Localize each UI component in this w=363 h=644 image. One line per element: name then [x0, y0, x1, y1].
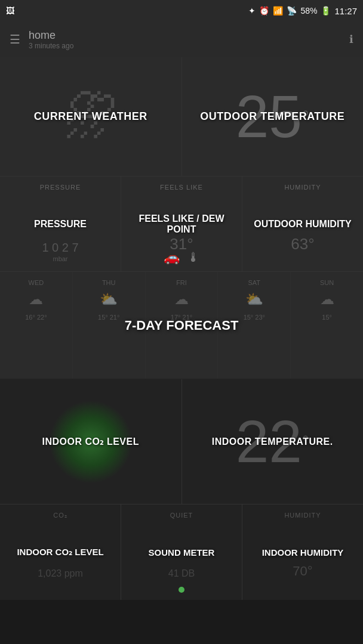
outdoor-humidity-widget[interactable]: HUMIDITY 63° OUTDOOR HUMIDITY	[242, 177, 363, 271]
top-bar-left: ☰ home 3 minutes ago	[10, 29, 73, 50]
forecast-row[interactable]: WED ☁ 16° 22° THU ⛅ 15° 21° FRI ☁ 17° 21…	[0, 272, 363, 379]
gallery-icon: 🖼	[6, 6, 14, 16]
indoor-widgets-row: INDOOR CO₂ LEVEL 22 ° INDOOR TEMPERATURE…	[0, 379, 363, 504]
sound-bg-value: 41 DB	[121, 568, 242, 579]
co2-level-label: INDOOR CO₂ LEVEL	[42, 436, 139, 447]
indoor-humidity-widget[interactable]: HUMIDITY 70° INDOOR HUMIDITY	[242, 504, 363, 600]
status-right-info: ✦ ⏰ 📶 📡 58% 🔋 11:27	[248, 6, 357, 16]
title-area: home 3 minutes ago	[29, 29, 73, 50]
indoor-temp-widget[interactable]: 22 ° INDOOR TEMPERATURE.	[182, 379, 364, 504]
outdoor-section: ⛈ CURRENT WEATHER 25 ° OUTDOOR TEMPERATU…	[0, 57, 363, 379]
top-bar: ☰ home 3 minutes ago ℹ	[0, 21, 363, 57]
indoor-co2-stat-label: INDOOR CO₂ LEVEL	[17, 547, 103, 558]
indoor-co2-bg-label: CO₂	[0, 512, 121, 519]
wifi-icon: 📶	[273, 6, 283, 16]
indoor-section: INDOOR CO₂ LEVEL 22 ° INDOOR TEMPERATURE…	[0, 379, 363, 600]
pressure-widget[interactable]: PRESSURE 1 0 2 7 mbar PRESSURE	[0, 177, 121, 271]
current-weather-label: CURRENT WEATHER	[34, 110, 147, 123]
humidity-bg-value: 63°	[242, 235, 363, 253]
indoor-co2-stat-widget[interactable]: CO₂ 1,023 ppm INDOOR CO₂ LEVEL	[0, 504, 121, 600]
indoor-temp-label: INDOOR TEMPERATURE.	[212, 436, 333, 447]
thermometer-icon: 🌡	[187, 250, 200, 265]
outdoor-temp-label: OUTDOOR TEMPERATURE	[200, 110, 344, 123]
sound-meter-indicator	[179, 587, 184, 593]
indoor-humidity-label: INDOOR HUMIDITY	[262, 547, 344, 558]
indoor-stats-row: CO₂ 1,023 ppm INDOOR CO₂ LEVEL QUIET 41 …	[0, 504, 363, 600]
battery-percentage: 58%	[300, 6, 317, 16]
co2-level-widget[interactable]: INDOOR CO₂ LEVEL	[0, 379, 182, 504]
signal-icon: 📡	[287, 6, 297, 16]
status-bar: 🖼 ✦ ⏰ 📶 📡 58% 🔋 11:27	[0, 0, 363, 21]
sound-bg-label: QUIET	[121, 512, 242, 519]
indoor-humidity-bg-value: 70°	[242, 564, 363, 579]
alarm-icon: ⏰	[259, 6, 269, 16]
sound-meter-label: SOUND METER	[149, 547, 215, 558]
forecast-label: 7-DAY FORECAST	[125, 318, 239, 333]
info-icon[interactable]: ℹ	[349, 33, 353, 46]
pressure-bg-value: 1 0 2 7	[0, 241, 121, 255]
status-left-icons: 🖼	[6, 6, 14, 16]
feels-like-bg-label: FEELS LIKE	[121, 184, 242, 191]
bluetooth-icon: ✦	[248, 6, 256, 16]
sound-meter-widget[interactable]: QUIET 41 DB SOUND METER	[121, 504, 242, 600]
current-weather-widget[interactable]: ⛈ CURRENT WEATHER	[0, 57, 182, 176]
feels-like-icons: 🚗 🌡	[121, 250, 242, 265]
pressure-label: PRESSURE	[34, 219, 87, 230]
clock: 11:27	[334, 6, 357, 16]
pressure-bg-unit: mbar	[0, 255, 121, 262]
page-title: home	[29, 29, 73, 42]
outdoor-humidity-label: OUTDOOR HUMIDITY	[254, 219, 352, 230]
feels-like-widget[interactable]: FEELS LIKE 31° FEELS LIKE / DEW POINT 🚗 …	[121, 177, 242, 271]
last-updated: 3 minutes ago	[29, 42, 73, 50]
forecast-overlay: 7-DAY FORECAST	[0, 272, 363, 379]
outdoor-stats-row: PRESSURE 1 0 2 7 mbar PRESSURE FEELS LIK…	[0, 177, 363, 272]
indoor-humidity-bg-label: HUMIDITY	[242, 512, 363, 519]
hamburger-menu-icon[interactable]: ☰	[10, 32, 20, 47]
humidity-bg-label: HUMIDITY	[242, 184, 363, 191]
car-icon: 🚗	[164, 250, 180, 265]
indoor-co2-bg-value: 1,023 ppm	[0, 568, 121, 579]
feels-like-label: FEELS LIKE / DEW POINT	[127, 213, 236, 235]
pressure-bg-label: PRESSURE	[0, 184, 121, 191]
outdoor-temp-widget[interactable]: 25 ° OUTDOOR TEMPERATURE	[182, 57, 364, 176]
battery-icon: 🔋	[321, 6, 331, 16]
outdoor-widgets-row: ⛈ CURRENT WEATHER 25 ° OUTDOOR TEMPERATU…	[0, 57, 363, 177]
